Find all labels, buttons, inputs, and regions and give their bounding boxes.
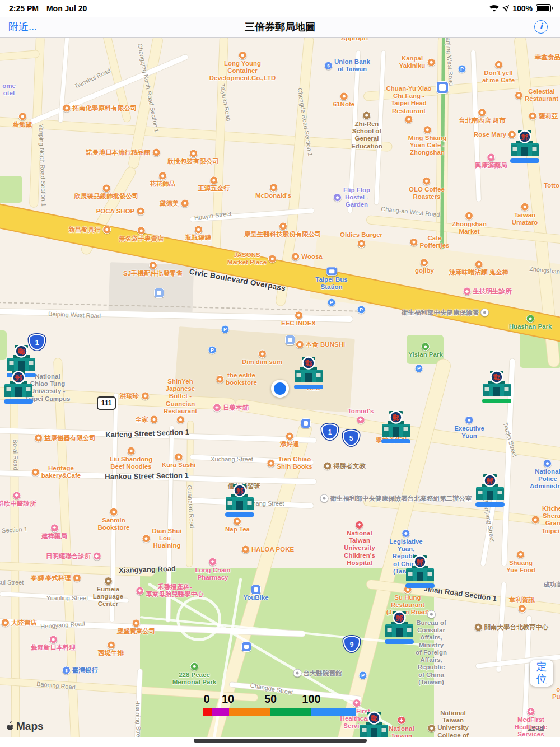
poi-label[interactable]: 欣悅包裝有限公司 (167, 149, 219, 165)
poi-label[interactable]: Totto (544, 182, 559, 189)
info-button[interactable]: i (534, 20, 548, 34)
poi-label[interactable]: 大陸書店 (1, 619, 37, 627)
poi-label[interactable]: ✚群欣中醫診所 (0, 491, 36, 507)
poi-label[interactable]: Chuan-Yu Xiao Chi Fang - Taipei Head Res… (386, 85, 431, 124)
poi-label[interactable]: ✚National Taiwan (389, 716, 414, 740)
poi-label[interactable]: 全家 (136, 415, 158, 424)
poi-label[interactable]: $Union Bank of Taiwan (324, 58, 370, 73)
post-office-marker[interactable]: 郵 (482, 368, 512, 406)
poi-label[interactable]: 228 Peace Memorial Park (172, 662, 217, 686)
poi-label[interactable]: 黛德美 (160, 199, 189, 208)
poi-label[interactable]: Flip Flop Hostel - Garden (333, 186, 370, 209)
poi-label[interactable]: ✚生技明生診所 (463, 287, 512, 296)
poi-label[interactable]: 得勝者文教 (323, 462, 366, 470)
poi-label[interactable]: 幸鑫食品 (535, 54, 560, 61)
poi-label[interactable]: 正源五金行 (198, 176, 230, 192)
poi-label[interactable]: oll Publi (552, 686, 560, 701)
poi-label[interactable]: Kanpai Yakiniku (399, 55, 436, 69)
poi-label[interactable]: 開南大學台北教育中心 (474, 623, 549, 632)
poi-label[interactable]: Cafe Poffertjes (409, 235, 449, 249)
poi-label[interactable]: 61Note (333, 92, 354, 108)
poi-label[interactable]: Executive Yuan (454, 416, 484, 440)
poi-label[interactable]: 韋利資訊 (509, 596, 535, 613)
poi-label[interactable]: 台大醫院舊館 (293, 669, 342, 678)
poi-label[interactable]: 台北南西店 超市 (459, 108, 506, 124)
poi-label[interactable]: Tien Chiao Shih Books (267, 456, 312, 470)
poi-label[interactable]: ShinYeh Japanese Buffet - Guancian Resta… (164, 378, 197, 424)
post-office-marker[interactable]: 郵 (381, 408, 411, 446)
poi-label[interactable]: $臺灣銀行 (62, 666, 98, 675)
poi-label[interactable]: Woosa (291, 253, 323, 261)
poi-label[interactable]: Sanmin Bookstore (98, 508, 130, 531)
poi-label[interactable]: 薩莉亞 (529, 112, 558, 120)
poi-label[interactable]: Shuang Yue Food (506, 550, 535, 574)
poi-label[interactable]: 衛生福利部中央健康保險署台北業務組第二辦公室 (320, 494, 472, 503)
poi-label[interactable]: Liu Shandong Beef Noodles (110, 447, 153, 470)
poi-label[interactable]: ome otel (2, 82, 16, 97)
poi-label[interactable]: Dian Shui Lou - Huaining (142, 527, 181, 550)
poi-label[interactable]: ✚Long Chain Pharmacy (195, 558, 230, 581)
poi-label[interactable]: HALOA POKE (241, 545, 294, 554)
poi-label[interactable]: ✚禾馨婦產科- 專業母胎兒醫學中心 (136, 583, 204, 598)
poi-label[interactable]: YouBike (243, 594, 268, 601)
poi-label[interactable]: 洪瑞珍 (120, 392, 150, 400)
poi-label[interactable]: 應盛實業公司 (117, 619, 156, 635)
poi-label[interactable]: 拓南化學原料有限公司 (63, 104, 137, 113)
poi-label[interactable]: ✚日藥本舖 (213, 404, 249, 412)
poi-label[interactable]: 本食 BUNSHI (296, 340, 345, 349)
poi-label[interactable]: Celestial Restaurant (515, 88, 558, 102)
poi-label[interactable]: ✚Tomod's (348, 408, 374, 424)
poi-label[interactable]: Taiwan Umataro (512, 203, 538, 226)
poi-label[interactable]: OLO Coffee Roasters (409, 177, 445, 200)
poi-label[interactable]: Eumeia Language Center (93, 577, 123, 608)
post-office-marker[interactable]: 郵 (475, 471, 505, 510)
map-canvas[interactable]: Tianshui RoadChongqing North Road Sectio… (0, 0, 560, 747)
poi-label[interactable]: 康呈生醫科技股份有限公司 (244, 222, 321, 238)
poi-label[interactable]: 瓶瓶罐罐 (185, 225, 211, 241)
poi-label[interactable]: 薪飾黛 (13, 112, 32, 128)
post-office-marker[interactable]: 郵 (510, 128, 540, 166)
poi-label[interactable]: POCA SHOP (96, 207, 145, 216)
poi-label[interactable]: 辣麻味噌沾麵 鬼金棒 (449, 260, 509, 276)
legal-link[interactable]: Legal (528, 723, 544, 731)
post-office-marker[interactable]: 郵 (405, 553, 435, 591)
poi-label[interactable]: Bureau of Consular Affairs, Ministry of … (416, 610, 447, 686)
nearby-button[interactable]: 附近... (8, 20, 37, 34)
poi-label[interactable]: Heritage bakery&Cafe (31, 465, 81, 479)
poi-label[interactable]: 無名袋子專賣店 (119, 226, 164, 242)
poi-label[interactable]: 益康儀器有限公司 (34, 434, 96, 442)
poi-label[interactable]: National Police Administrat (530, 459, 560, 491)
poi-label[interactable]: 藝奇新日本料理 (31, 635, 76, 651)
poi-label[interactable]: Taipei Bus Station (315, 267, 347, 291)
post-office-marker[interactable]: 郵 (225, 482, 255, 520)
poi-label[interactable]: gojiby (415, 258, 434, 274)
locate-button[interactable]: 定位 (530, 660, 553, 687)
poi-label[interactable]: 泰獅 泰式料理 (31, 574, 81, 582)
poi-label[interactable]: 成功高中 (543, 581, 560, 589)
poi-label[interactable]: Long Young Container Development.Co.,LTD (209, 51, 276, 82)
poi-label[interactable]: Zhongshan Market (452, 212, 487, 235)
poi-label[interactable]: the eslite bookstore (216, 372, 257, 386)
poi-label[interactable]: ✚National Taiwan University Children's H… (344, 521, 375, 567)
poi-label[interactable]: Kura Sushi (162, 452, 196, 469)
poi-label[interactable]: 新昌餐具行 (68, 226, 111, 234)
poi-label[interactable]: Zhi-Ren School of General Education (351, 111, 382, 150)
poi-label[interactable]: 西堤牛排 (98, 641, 124, 657)
poi-label[interactable]: 衛生福利部中央健康保險署 (402, 309, 489, 317)
poi-label[interactable]: ✚MedFirst Healthcare Services (515, 707, 548, 739)
poi-label[interactable]: Ming Shiang Yuan Cafe - Zhongshan (408, 125, 446, 157)
poi-label[interactable]: Oldies Burger (340, 231, 382, 248)
poi-label[interactable]: 添好運 (280, 432, 300, 448)
post-office-marker[interactable]: 郵 (384, 609, 414, 647)
poi-label[interactable]: ✚日明耀聯合診所 (46, 552, 101, 561)
poi-label[interactable]: McDonald's (255, 183, 291, 199)
poi-label[interactable]: 興康源藥局 (475, 153, 507, 169)
poi-label[interactable]: EEC INDEX (281, 311, 316, 327)
poi-label[interactable]: Yisian Park (408, 342, 443, 358)
poi-label[interactable]: SJ手機配件批發零售 (123, 261, 183, 277)
poi-label[interactable]: JASONS Market Place (227, 251, 277, 266)
poi-label[interactable]: Dim dim sum (242, 349, 282, 366)
poi-label[interactable]: Kitchen 1 Sheraton Grande Taipei Hot (531, 505, 560, 535)
poi-label[interactable]: ✚建祥藥局 (41, 524, 67, 540)
poi-label[interactable]: Don't yell at me Cafe (482, 60, 515, 84)
